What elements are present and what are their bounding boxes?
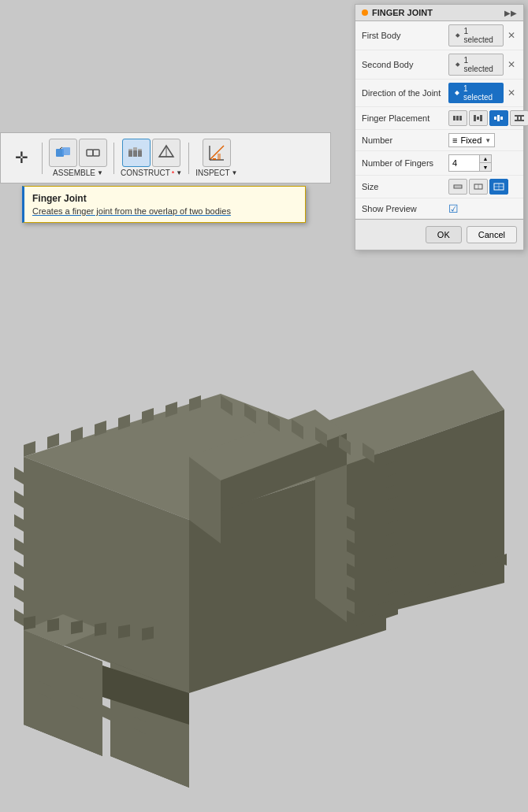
size-label: Size (362, 182, 448, 191)
3d-model-svg: .body-fill { fill: #6a6a5a; } .body-top … (0, 236, 528, 811)
tooltip-description: Creates a finger joint from the overlap … (32, 206, 297, 216)
svg-rect-10 (128, 149, 132, 150)
svg-rect-25 (477, 117, 479, 120)
first-body-label: First Body (362, 31, 448, 40)
panel-header: FINGER JOINT ▶▶ (355, 5, 523, 21)
svg-rect-23 (459, 116, 462, 121)
tooltip: Finger Joint Creates a finger joint from… (22, 186, 306, 223)
svg-rect-4 (87, 150, 93, 156)
number-label: Number (362, 135, 448, 145)
separator-2 (113, 143, 114, 174)
number-select[interactable]: ≡ Fixed ▼ (448, 133, 495, 147)
show-preview-row: Show Preview ☑ (355, 198, 523, 219)
svg-marker-79 (14, 609, 24, 626)
svg-rect-54 (71, 620, 83, 634)
panel-title: FINGER JOINT (372, 8, 433, 17)
num-fingers-value: 4 (449, 157, 479, 169)
svg-rect-5 (93, 150, 99, 156)
inspect-group: INSPECT ▼ (195, 139, 237, 177)
first-body-clear[interactable]: ✕ (506, 30, 517, 41)
svg-line-16 (210, 146, 224, 160)
second-body-label: Second Body (362, 60, 448, 69)
first-body-select[interactable]: 1 selected (448, 24, 504, 46)
finger-joint-panel: FINGER JOINT ▶▶ First Body 1 selected ✕ … (355, 4, 524, 250)
assemble-btn-1[interactable] (49, 139, 77, 167)
move-tool[interactable]: ✛ (7, 144, 35, 172)
second-body-clear[interactable]: ✕ (506, 59, 517, 70)
svg-marker-74 (14, 491, 24, 508)
panel-pin-button[interactable]: ▶▶ (504, 9, 517, 17)
direction-select[interactable]: 1 selected (448, 83, 504, 103)
svg-rect-55 (95, 622, 106, 636)
svg-rect-7 (128, 150, 132, 157)
finger-placement-row: Finger Placement (355, 107, 523, 130)
panel-icon (362, 9, 368, 16)
svg-rect-21 (453, 116, 455, 121)
size-row: Size (355, 176, 523, 198)
number-select-value: Fixed (460, 135, 482, 145)
construct-label[interactable]: CONSTRUCT * ▼ (121, 169, 182, 177)
construct-group: CONSTRUCT * ▼ (121, 139, 182, 177)
second-body-row: Second Body 1 selected ✕ (355, 50, 523, 80)
fp-btn-alt[interactable] (510, 110, 528, 126)
inspect-btn[interactable] (203, 139, 231, 167)
first-body-row: First Body 1 selected ✕ (355, 21, 523, 50)
direction-row: Direction of the Joint 1 selected ✕ (355, 80, 523, 107)
svg-text:✛: ✛ (15, 149, 28, 166)
svg-rect-53 (47, 618, 59, 632)
separator-3 (188, 143, 189, 174)
assemble-btn-2[interactable] (79, 139, 107, 167)
svg-rect-2 (62, 147, 70, 155)
svg-marker-78 (14, 585, 24, 603)
svg-marker-76 (14, 538, 24, 555)
num-fingers-row: Number of Fingers 4 ▲ ▼ (355, 151, 523, 176)
svg-rect-30 (515, 115, 524, 117)
svg-rect-28 (497, 115, 500, 121)
num-fingers-input[interactable]: 4 ▲ ▼ (448, 154, 492, 172)
svg-rect-24 (474, 115, 476, 121)
svg-rect-22 (456, 116, 459, 121)
size-btn-2[interactable] (469, 179, 488, 195)
svg-marker-73 (14, 467, 24, 484)
construct-btn-2[interactable] (152, 139, 180, 167)
fp-btn-left[interactable] (448, 110, 467, 126)
svg-marker-75 (14, 514, 24, 532)
svg-rect-12 (138, 149, 142, 150)
svg-rect-9 (138, 150, 142, 157)
svg-rect-56 (118, 625, 130, 639)
construct-btn-finger[interactable] (122, 139, 151, 167)
num-fingers-down[interactable]: ▼ (480, 163, 491, 171)
svg-rect-19 (213, 158, 216, 160)
assemble-label[interactable]: ASSEMBLE ▼ (53, 169, 103, 177)
svg-rect-27 (494, 117, 496, 120)
svg-rect-8 (133, 150, 137, 157)
finger-placement-label: Finger Placement (362, 113, 448, 123)
toolbar: ✛ ASSEMBLE ▼ (0, 132, 331, 184)
direction-clear[interactable]: ✕ (506, 87, 517, 98)
svg-line-3 (60, 147, 62, 149)
3d-model-area: .body-fill { fill: #6a6a5a; } .body-top … (0, 236, 528, 811)
svg-rect-52 (24, 616, 35, 630)
svg-rect-26 (480, 115, 482, 121)
number-select-icon: ≡ (452, 135, 457, 145)
fp-btn-center[interactable] (469, 110, 488, 126)
number-row: Number ≡ Fixed ▼ (355, 130, 523, 151)
size-btn-1[interactable] (448, 179, 467, 195)
assemble-group: ASSEMBLE ▼ (49, 139, 107, 177)
separator-1 (42, 143, 43, 174)
svg-rect-57 (142, 627, 154, 641)
svg-rect-29 (500, 117, 503, 120)
show-preview-label: Show Preview (362, 204, 448, 213)
svg-marker-77 (14, 562, 24, 579)
svg-rect-31 (515, 120, 524, 121)
fp-btn-right[interactable] (489, 110, 508, 126)
show-preview-checkbox[interactable]: ☑ (448, 202, 459, 215)
svg-rect-11 (133, 147, 137, 150)
inspect-label[interactable]: INSPECT ▼ (195, 169, 237, 177)
tooltip-title: Finger Joint (32, 193, 297, 204)
second-body-select[interactable]: 1 selected (448, 54, 504, 76)
svg-rect-20 (218, 154, 221, 160)
size-btn-3[interactable] (489, 179, 508, 195)
num-fingers-up[interactable]: ▲ (480, 155, 491, 163)
num-fingers-label: Number of Fingers (362, 158, 448, 168)
